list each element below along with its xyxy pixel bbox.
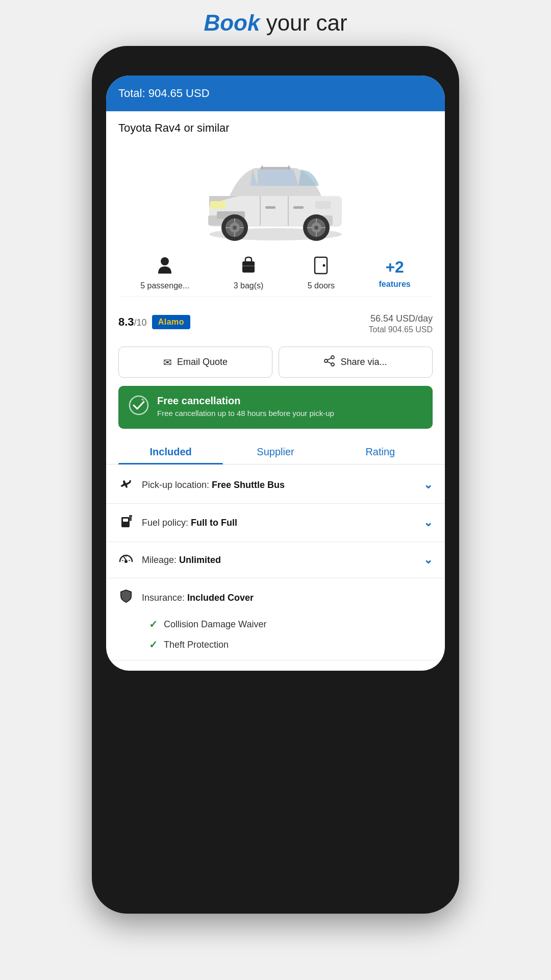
svg-line-39 — [328, 362, 332, 364]
car-section: Toyota Rav4 or similar — [106, 111, 445, 302]
cdw-item: ✓ Collision Damage Waiver — [149, 614, 433, 634]
car-name-rest: or similar — [181, 121, 229, 134]
fuel-chevron-icon: ⌄ — [423, 516, 433, 529]
shield-icon — [118, 589, 134, 607]
cancel-title: Free cancellation — [157, 395, 334, 407]
pickup-chevron-icon: ⌄ — [423, 478, 433, 492]
svg-rect-4 — [288, 165, 289, 169]
pickup-location-text: Pick-up location: Free Shuttle Bus — [142, 480, 415, 491]
title-book: Book — [204, 10, 260, 35]
insurance-header: Insurance: Included Cover — [118, 589, 433, 607]
title-rest: your car — [260, 10, 347, 35]
price-day-value: 56.54 USD — [370, 313, 415, 324]
tab-supplier[interactable]: Supplier — [223, 439, 328, 464]
rating-score: 8.3/10 — [118, 315, 147, 329]
svg-line-46 — [123, 556, 126, 560]
feature-more[interactable]: +2 features — [379, 258, 411, 289]
share-icon — [324, 355, 335, 369]
car-svg — [194, 140, 357, 242]
feature-bags: 3 bag(s) — [234, 256, 264, 290]
insurance-row: Insurance: Included Cover ✓ Collision Da… — [106, 578, 445, 660]
bag-icon — [240, 256, 257, 278]
cancellation-banner: Free cancellation Free cancellation up t… — [118, 386, 433, 429]
price-total: Total 904.65 USD — [369, 325, 433, 334]
fuel-policy-row[interactable]: Fuel policy: Full to Full ⌄ — [106, 504, 445, 542]
svg-point-36 — [331, 363, 334, 366]
pricing-row: 8.3/10 Alamo 56.54 USD/day Total 904.65 … — [106, 302, 445, 341]
tabs-row: Included Supplier Rating — [106, 439, 445, 464]
plane-icon — [118, 477, 134, 493]
fuel-policy-text: Fuel policy: Full to Full — [142, 518, 415, 528]
svg-rect-42 — [123, 519, 128, 522]
passengers-label: 5 passenge... — [140, 281, 189, 290]
cdw-label: Collision Damage Waiver — [164, 619, 266, 630]
header-section: Total: 904.65 USD — [106, 76, 445, 111]
svg-rect-2 — [260, 167, 291, 169]
included-list: Pick-up location: Free Shuttle Bus ⌄ Fue… — [106, 467, 445, 671]
share-via-label: Share via... — [340, 357, 387, 368]
svg-rect-7 — [210, 201, 226, 209]
fuel-icon — [118, 514, 134, 531]
insurance-items: ✓ Collision Damage Waiver ✓ Theft Protec… — [118, 614, 433, 655]
features-more-label: features — [379, 280, 411, 289]
theft-item: ✓ Theft Protection — [149, 634, 433, 655]
theft-label: Theft Protection — [164, 640, 229, 650]
rating-section: 8.3/10 Alamo — [118, 315, 190, 329]
svg-line-38 — [328, 358, 332, 360]
plus-two-icon: +2 — [385, 258, 404, 277]
tab-rating-label: Rating — [365, 446, 395, 457]
svg-rect-3 — [262, 165, 263, 169]
svg-rect-8 — [315, 201, 331, 209]
action-buttons: ✉ Email Quote Share via... — [106, 341, 445, 386]
car-name: Toyota Rav4 or similar — [118, 121, 433, 135]
svg-rect-32 — [242, 265, 255, 266]
svg-point-17 — [233, 226, 237, 230]
rating-max: /10 — [134, 317, 147, 328]
supplier-badge: Alamo — [152, 315, 190, 329]
phone-inner: Total: 904.65 USD Toyota Rav4 or similar — [106, 76, 445, 671]
total-price: Total: 904.65 USD — [118, 87, 210, 100]
door-icon — [313, 256, 329, 278]
email-icon: ✉ — [163, 356, 172, 369]
svg-rect-44 — [129, 515, 132, 517]
tab-rating[interactable]: Rating — [328, 439, 433, 464]
svg-point-30 — [161, 257, 169, 265]
phone-frame: Total: 904.65 USD Toyota Rav4 or similar — [92, 46, 459, 914]
cancel-check-icon — [129, 395, 149, 420]
pickup-location-row[interactable]: Pick-up location: Free Shuttle Bus ⌄ — [106, 467, 445, 504]
car-image-container — [118, 140, 433, 242]
price-section: 56.54 USD/day Total 904.65 USD — [369, 309, 433, 334]
cancel-text-block: Free cancellation Free cancellation up t… — [157, 395, 334, 418]
tab-included-label: Included — [150, 446, 192, 457]
speedometer-icon — [118, 552, 134, 568]
share-button[interactable]: Share via... — [279, 347, 433, 378]
email-quote-label: Email Quote — [177, 357, 228, 368]
svg-point-25 — [314, 226, 318, 230]
email-quote-button[interactable]: ✉ Email Quote — [118, 347, 272, 378]
doors-label: 5 doors — [308, 281, 335, 290]
cancel-subtitle: Free cancellation up to 48 hours before … — [157, 409, 334, 418]
bags-label: 3 bag(s) — [234, 281, 264, 290]
car-name-bold: Toyota Rav4 — [118, 121, 181, 134]
tab-supplier-label: Supplier — [257, 446, 294, 457]
feature-doors: 5 doors — [308, 256, 335, 290]
theft-check-icon: ✓ — [149, 639, 158, 651]
tab-included[interactable]: Included — [118, 439, 223, 464]
cdw-check-icon: ✓ — [149, 618, 158, 630]
svg-rect-13 — [293, 206, 304, 209]
mileage-chevron-icon: ⌄ — [423, 553, 433, 567]
mileage-text: Mileage: Unlimited — [142, 555, 415, 566]
svg-rect-12 — [265, 206, 276, 209]
rating-value: 8.3 — [118, 315, 134, 328]
feature-passengers: 5 passenge... — [140, 256, 189, 290]
mileage-row[interactable]: Mileage: Unlimited ⌄ — [106, 542, 445, 578]
page-title: Book your car — [204, 10, 347, 36]
phone-notch — [230, 56, 321, 70]
svg-rect-31 — [242, 261, 255, 273]
svg-point-37 — [324, 359, 328, 362]
insurance-title-text: Insurance: Included Cover — [142, 593, 254, 603]
svg-point-40 — [130, 396, 148, 414]
svg-point-35 — [331, 356, 334, 359]
price-day-suffix: /day — [415, 313, 433, 324]
svg-point-34 — [323, 264, 325, 267]
